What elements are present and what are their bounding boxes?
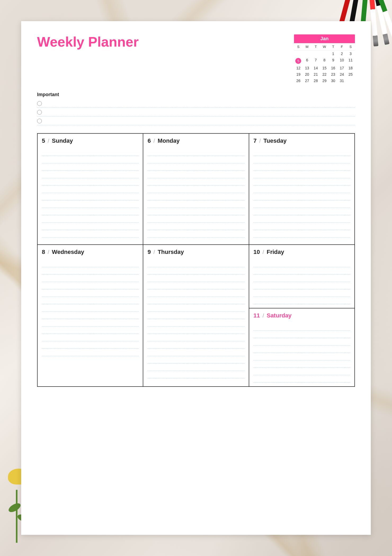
line[interactable]: [148, 178, 244, 186]
line[interactable]: [253, 171, 350, 178]
monday-slash: /: [154, 138, 155, 144]
line[interactable]: [148, 371, 244, 378]
cal-cell-28: 28: [311, 78, 320, 84]
cal-cell-18: 18: [346, 65, 355, 71]
line[interactable]: [42, 200, 139, 208]
line[interactable]: [148, 163, 244, 171]
line[interactable]: [148, 282, 244, 289]
tuesday-lines: [253, 149, 350, 237]
line[interactable]: [253, 156, 350, 163]
line[interactable]: [42, 186, 139, 193]
line[interactable]: [148, 200, 244, 208]
line[interactable]: [42, 208, 139, 215]
line[interactable]: [42, 149, 139, 156]
sunday-name: Sunday: [52, 137, 73, 144]
line[interactable]: [148, 215, 244, 223]
line[interactable]: [253, 208, 350, 215]
line[interactable]: [253, 331, 350, 338]
line[interactable]: [253, 282, 350, 289]
line[interactable]: [42, 223, 139, 230]
line[interactable]: [42, 193, 139, 200]
cal-day-f: F: [337, 44, 346, 49]
line[interactable]: [42, 341, 139, 349]
line[interactable]: [253, 360, 350, 368]
line[interactable]: [148, 156, 244, 163]
line[interactable]: [148, 223, 244, 230]
line[interactable]: [42, 319, 139, 326]
line[interactable]: [42, 178, 139, 186]
line[interactable]: [42, 304, 139, 312]
line[interactable]: [253, 230, 350, 237]
line[interactable]: [253, 193, 350, 200]
line[interactable]: [253, 289, 350, 297]
line[interactable]: [148, 230, 244, 237]
line[interactable]: [148, 186, 244, 193]
wednesday-name: Wednesday: [52, 249, 84, 255]
line[interactable]: [148, 208, 244, 215]
important-item-1[interactable]: [37, 99, 355, 108]
line[interactable]: [148, 275, 244, 282]
line[interactable]: [42, 215, 139, 223]
line[interactable]: [42, 282, 139, 289]
line[interactable]: [253, 338, 350, 346]
line[interactable]: [42, 349, 139, 356]
line[interactable]: [253, 275, 350, 282]
line[interactable]: [42, 156, 139, 163]
line[interactable]: [42, 171, 139, 178]
line[interactable]: [42, 230, 139, 237]
line[interactable]: [253, 353, 350, 360]
line[interactable]: [148, 267, 244, 275]
line[interactable]: [42, 289, 139, 297]
cal-cell-7: 7: [311, 57, 320, 65]
line[interactable]: [148, 304, 244, 312]
line[interactable]: [253, 323, 350, 331]
line[interactable]: [253, 368, 350, 375]
line[interactable]: [148, 319, 244, 326]
checkbox-circle-1[interactable]: [37, 101, 42, 106]
line[interactable]: [148, 356, 244, 364]
line[interactable]: [148, 297, 244, 304]
line[interactable]: [253, 297, 350, 304]
line[interactable]: [148, 171, 244, 178]
line[interactable]: [148, 193, 244, 200]
line[interactable]: [42, 163, 139, 171]
line[interactable]: [148, 341, 244, 349]
line[interactable]: [42, 275, 139, 282]
line[interactable]: [148, 334, 244, 341]
line[interactable]: [42, 312, 139, 319]
line[interactable]: [42, 297, 139, 304]
line[interactable]: [253, 223, 350, 230]
line[interactable]: [253, 260, 350, 267]
cal-cell-empty: [320, 51, 329, 57]
line[interactable]: [148, 326, 244, 334]
line[interactable]: [148, 312, 244, 319]
checkbox-circle-3[interactable]: [37, 119, 42, 123]
line[interactable]: [42, 326, 139, 334]
line[interactable]: [148, 149, 244, 156]
cal-cell-20: 20: [303, 71, 311, 78]
cal-day-t2: T: [329, 44, 337, 49]
line[interactable]: [42, 267, 139, 275]
tuesday-header: 7 / Tuesday: [253, 137, 350, 144]
line[interactable]: [253, 346, 350, 353]
line[interactable]: [253, 178, 350, 186]
checkbox-circle-2[interactable]: [37, 110, 42, 115]
line[interactable]: [253, 163, 350, 171]
line[interactable]: [253, 375, 350, 383]
important-item-2[interactable]: [37, 108, 355, 116]
line[interactable]: [253, 186, 350, 193]
line[interactable]: [148, 349, 244, 356]
line[interactable]: [253, 200, 350, 208]
line[interactable]: [42, 334, 139, 341]
tuesday-name: Tuesday: [263, 137, 287, 144]
line[interactable]: [148, 260, 244, 267]
line[interactable]: [253, 149, 350, 156]
important-item-3[interactable]: [37, 116, 355, 125]
line[interactable]: [253, 215, 350, 223]
cal-cell-21: 21: [311, 71, 320, 78]
line[interactable]: [253, 267, 350, 275]
line[interactable]: [148, 364, 244, 371]
line[interactable]: [42, 260, 139, 267]
line[interactable]: [148, 289, 244, 297]
cal-cell-14: 14: [311, 65, 320, 71]
